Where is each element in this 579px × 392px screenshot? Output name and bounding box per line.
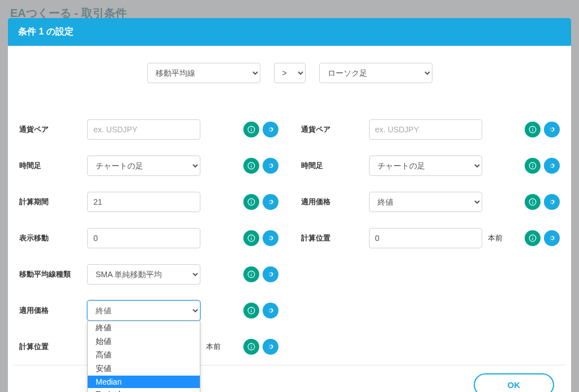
left-shift-display-row: 表示移動 <box>14 220 284 256</box>
label-timeframe: 時間足 <box>19 161 82 171</box>
applied-price-dropdown[interactable]: 終値始値高値安値MedianTypicalWeighted <box>87 321 200 392</box>
gear-icon[interactable] <box>263 122 278 137</box>
suffix-honmae: 本前 <box>206 342 223 352</box>
dropdown-option[interactable]: 高値 <box>88 348 200 362</box>
info-icon[interactable] <box>525 122 541 137</box>
label-currency: 通貨ペア <box>301 124 363 135</box>
label-applied-price: 適用価格 <box>19 305 82 316</box>
info-icon[interactable] <box>525 158 541 174</box>
label-applied-price: 適用価格 <box>301 197 363 207</box>
info-icon[interactable] <box>525 230 541 246</box>
left-timeframe-row: 時間足 チャートの足 <box>14 148 284 184</box>
gear-icon[interactable] <box>263 230 278 246</box>
info-icon[interactable] <box>243 303 259 318</box>
label-ma-type: 移動平均線種類 <box>19 269 82 279</box>
dropdown-option[interactable]: 安値 <box>88 362 200 376</box>
info-icon[interactable] <box>525 194 541 210</box>
info-icon[interactable] <box>243 158 259 174</box>
shift-display-input[interactable] <box>87 228 200 248</box>
ok-button[interactable]: OK <box>474 373 555 392</box>
gear-icon[interactable] <box>263 158 278 174</box>
info-icon[interactable] <box>243 266 259 282</box>
calc-shift-input-right[interactable] <box>369 228 482 248</box>
right-calc-shift-row: 計算位置 本前 <box>295 220 566 256</box>
left-period-row: 計算期間 <box>14 184 284 220</box>
dropdown-option[interactable]: 始値 <box>88 335 200 348</box>
gear-icon[interactable] <box>263 303 278 318</box>
timeframe-select-right[interactable]: チャートの足 <box>369 156 482 176</box>
label-shift-display: 表示移動 <box>19 233 82 243</box>
left-ma-type-row: 移動平均線種類 SMA 単純移動平均 <box>14 256 284 292</box>
right-timeframe-row: 時間足 チャートの足 <box>295 148 566 184</box>
suffix-honmae: 本前 <box>488 233 505 243</box>
right-operand-select[interactable]: ローソク足 <box>319 63 432 83</box>
label-calc-shift: 計算位置 <box>301 233 363 243</box>
gear-icon[interactable] <box>263 339 278 355</box>
right-currency-row: 通貨ペア <box>295 111 566 148</box>
gear-icon[interactable] <box>544 122 560 137</box>
gear-icon[interactable] <box>544 158 560 174</box>
gear-icon[interactable] <box>263 194 278 210</box>
currency-input-right[interactable] <box>369 119 482 140</box>
right-column: 通貨ペア 時間足 チャートの足 <box>295 111 566 365</box>
modal-title: 条件 1 の設定 <box>8 18 571 46</box>
ma-type-select[interactable]: SMA 単純移動平均 <box>87 264 200 285</box>
info-icon[interactable] <box>243 122 259 137</box>
timeframe-select-left[interactable]: チャートの足 <box>87 156 200 176</box>
dropdown-option[interactable]: 終値 <box>88 321 200 335</box>
gear-icon[interactable] <box>544 194 560 210</box>
condition-top-row: 移動平均線 > ローソク足 <box>14 63 565 83</box>
gear-icon[interactable] <box>544 230 560 246</box>
period-input[interactable] <box>87 192 200 212</box>
currency-input-left[interactable] <box>87 119 200 140</box>
indicator-select[interactable]: 移動平均線 <box>147 63 260 83</box>
settings-modal: 条件 1 の設定 移動平均線 > ローソク足 通貨ペア <box>8 18 571 392</box>
info-icon[interactable] <box>243 339 259 355</box>
right-applied-price-row: 適用価格 終値 <box>295 184 566 220</box>
info-icon[interactable] <box>243 194 259 210</box>
modal-body: 移動平均線 > ローソク足 通貨ペア <box>8 46 571 392</box>
gear-icon[interactable] <box>263 266 278 282</box>
left-currency-row: 通貨ペア <box>14 111 284 148</box>
dropdown-option[interactable]: Typical <box>88 388 200 392</box>
label-timeframe: 時間足 <box>301 161 363 171</box>
applied-price-select-right[interactable]: 終値 <box>369 192 482 212</box>
label-calc-shift: 計算位置 <box>19 342 82 352</box>
info-icon[interactable] <box>243 230 259 246</box>
label-period: 計算期間 <box>19 197 82 207</box>
applied-price-select-left[interactable]: 終値 <box>87 300 200 321</box>
operator-select[interactable]: > <box>274 63 306 83</box>
label-currency: 通貨ペア <box>19 124 82 135</box>
dropdown-option[interactable]: Median <box>88 376 200 388</box>
